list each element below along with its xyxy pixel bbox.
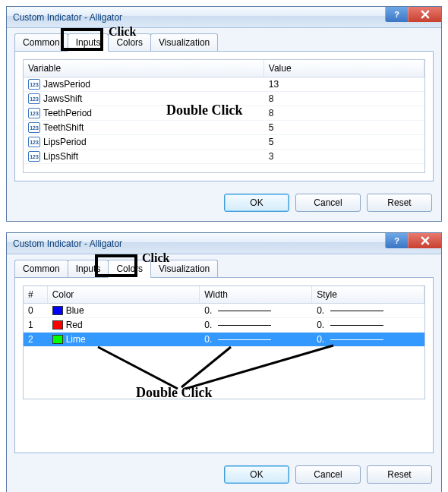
ok-button[interactable]: OK xyxy=(224,194,289,212)
tab-common[interactable]: Common xyxy=(14,260,68,278)
table-row[interactable]: 123JawsShift8 xyxy=(24,92,424,106)
tab-visualization[interactable]: Visualization xyxy=(150,33,218,52)
color-name: Blue xyxy=(66,305,84,316)
cancel-button[interactable]: Cancel xyxy=(295,465,361,484)
integer-icon: 123 xyxy=(28,108,40,118)
variable-name: TeethShift xyxy=(43,122,84,133)
table-row[interactable]: 123TeethShift5 xyxy=(24,121,424,135)
integer-icon: 123 xyxy=(28,122,40,133)
line-sample-icon xyxy=(330,325,383,326)
color-swatch xyxy=(52,306,63,315)
col-style[interactable]: Style xyxy=(312,286,424,303)
variable-value[interactable]: 3 xyxy=(264,150,424,163)
dialog-buttons: OK Cancel Reset xyxy=(7,458,441,492)
table-row[interactable]: 123LipsShift3 xyxy=(24,150,424,164)
style-cell[interactable]: 0. xyxy=(312,304,424,317)
tab-colors[interactable]: Colors xyxy=(108,33,151,52)
col-index[interactable]: # xyxy=(24,286,48,303)
reset-button[interactable]: Reset xyxy=(367,194,432,212)
variable-name: TeethPeriod xyxy=(43,108,92,118)
table-row[interactable]: 123JawsPeriod13 xyxy=(24,77,424,92)
line-sample-icon xyxy=(330,311,383,311)
integer-icon: 123 xyxy=(28,93,40,104)
table-row[interactable]: 123LipsPeriod5 xyxy=(24,135,424,150)
help-button[interactable]: ? xyxy=(385,233,408,248)
width-cell[interactable]: 0. xyxy=(200,333,312,346)
style-cell[interactable]: 0. xyxy=(312,318,424,332)
dialog-colors: Custom Indicator - Alligator ? Common In… xyxy=(6,232,442,492)
tab-bar: Common Inputs Colors Visualization xyxy=(7,28,441,51)
color-swatch xyxy=(52,335,63,344)
close-icon xyxy=(421,10,430,19)
table-row[interactable]: 123TeethPeriod8 xyxy=(24,106,424,121)
help-button[interactable]: ? xyxy=(385,7,408,22)
dialog-inputs: Custom Indicator - Alligator ? Common In… xyxy=(6,6,442,222)
list-header: # Color Width Style xyxy=(24,286,424,304)
tab-pane-inputs: Variable Value 123JawsPeriod13123JawsShi… xyxy=(14,51,434,181)
help-icon: ? xyxy=(394,10,399,19)
close-button[interactable] xyxy=(408,233,441,248)
row-index: 1 xyxy=(24,318,48,332)
color-name: Lime xyxy=(66,334,86,345)
table-row[interactable]: 2Lime0.0. xyxy=(24,333,424,347)
window-title: Custom Indicator - Alligator xyxy=(13,12,122,23)
color-swatch xyxy=(52,320,63,330)
table-row[interactable]: 1Red0.0. xyxy=(24,318,424,333)
reset-button[interactable]: Reset xyxy=(367,465,432,484)
ok-button[interactable]: OK xyxy=(224,465,289,484)
width-cell[interactable]: 0. xyxy=(200,304,312,317)
variable-value[interactable]: 8 xyxy=(264,92,424,106)
close-button[interactable] xyxy=(408,7,441,22)
tab-pane-colors: # Color Width Style 0Blue0.0.1Red0.0.2Li… xyxy=(14,277,434,453)
line-sample-icon xyxy=(218,311,271,311)
variable-name: JawsShift xyxy=(43,93,82,104)
color-name: Red xyxy=(66,320,83,330)
color-cell[interactable]: Blue xyxy=(48,304,200,317)
close-icon xyxy=(421,236,430,245)
colors-list: # Color Width Style 0Blue0.0.1Red0.0.2Li… xyxy=(23,285,425,399)
col-value[interactable]: Value xyxy=(264,60,424,77)
titlebar-buttons: ? xyxy=(385,7,441,22)
integer-icon: 123 xyxy=(28,151,40,162)
help-icon: ? xyxy=(394,236,399,245)
tab-colors[interactable]: Colors xyxy=(108,260,151,278)
width-cell[interactable]: 0. xyxy=(200,318,312,332)
integer-icon: 123 xyxy=(28,137,40,147)
cancel-button[interactable]: Cancel xyxy=(295,194,361,212)
col-color[interactable]: Color xyxy=(48,286,200,303)
variable-name: LipsShift xyxy=(43,151,78,162)
variable-value[interactable]: 8 xyxy=(264,106,424,120)
integer-icon: 123 xyxy=(28,79,40,90)
variable-name: LipsPeriod xyxy=(43,137,87,147)
tab-common[interactable]: Common xyxy=(14,33,68,52)
titlebar: Custom Indicator - Alligator ? xyxy=(7,233,441,254)
color-cell[interactable]: Red xyxy=(48,318,200,332)
list-header: Variable Value xyxy=(24,60,424,77)
tab-inputs[interactable]: Inputs xyxy=(68,260,109,278)
col-variable[interactable]: Variable xyxy=(24,60,264,77)
dialog-buttons: OK Cancel Reset xyxy=(7,186,441,221)
tab-bar: Common Inputs Colors Visualization xyxy=(7,254,441,277)
inputs-list: Variable Value 123JawsPeriod13123JawsShi… xyxy=(23,59,425,173)
line-sample-icon xyxy=(218,325,271,326)
titlebar-buttons: ? xyxy=(385,233,441,248)
variable-value[interactable]: 5 xyxy=(264,121,424,134)
line-sample-icon xyxy=(330,339,383,340)
row-index: 2 xyxy=(24,333,48,346)
window-title: Custom Indicator - Alligator xyxy=(13,238,122,249)
col-width[interactable]: Width xyxy=(200,286,312,303)
color-cell[interactable]: Lime xyxy=(48,333,200,346)
style-cell[interactable]: 0. xyxy=(312,333,424,346)
row-index: 0 xyxy=(24,304,48,317)
tab-visualization[interactable]: Visualization xyxy=(150,260,218,278)
line-sample-icon xyxy=(218,339,271,340)
table-row[interactable]: 0Blue0.0. xyxy=(24,304,424,318)
tab-inputs[interactable]: Inputs xyxy=(68,33,109,52)
variable-value[interactable]: 5 xyxy=(264,135,424,149)
variable-name: JawsPeriod xyxy=(43,79,90,90)
variable-value[interactable]: 13 xyxy=(264,77,424,91)
titlebar: Custom Indicator - Alligator ? xyxy=(7,7,441,28)
